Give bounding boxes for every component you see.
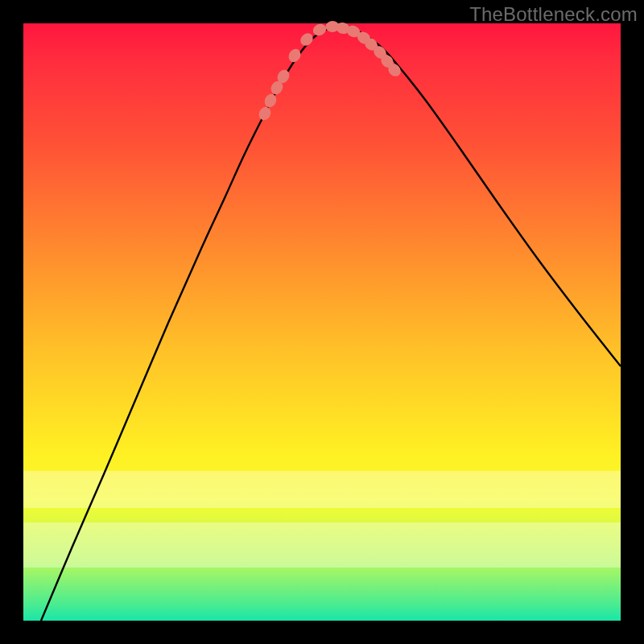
watermark-text: TheBottleneck.com	[469, 3, 638, 26]
marker-group	[257, 20, 403, 122]
bottleneck-curve	[41, 26, 621, 621]
curve-marker	[287, 47, 303, 64]
chart-plot-area	[23, 23, 621, 621]
curve-marker	[262, 92, 279, 109]
curve-svg	[23, 23, 621, 621]
curve-marker	[311, 22, 328, 38]
curve-marker	[257, 105, 273, 122]
